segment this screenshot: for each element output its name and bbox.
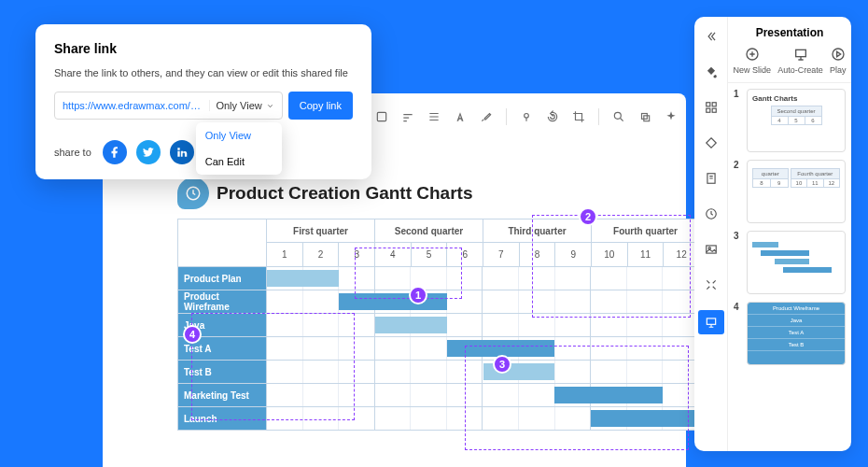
slide-thumb-2[interactable]: 2 quarter89 Fourth quarter101112 — [734, 160, 846, 223]
perm-option-edit[interactable]: Can Edit — [196, 149, 282, 175]
url-box: https://www.edrawmax.com/server.. Only V… — [54, 92, 283, 120]
align-icon[interactable] — [427, 110, 441, 123]
fill-icon[interactable] — [375, 110, 388, 123]
svg-rect-7 — [712, 103, 716, 106]
linkedin-icon[interactable] — [170, 140, 194, 164]
grid-icon[interactable] — [701, 97, 721, 118]
copy-link-button[interactable]: Copy link — [288, 92, 353, 120]
collapse-icon[interactable] — [701, 26, 721, 47]
rotate-icon[interactable] — [546, 110, 559, 123]
gantt-chart: Product Creation Gantt Charts First quar… — [177, 177, 700, 431]
color-pick-icon[interactable] — [520, 110, 533, 123]
permission-select[interactable]: Only View — [209, 100, 273, 111]
svg-point-2 — [614, 112, 621, 119]
task-label: Product Wireframe — [178, 290, 267, 313]
svg-rect-9 — [712, 108, 716, 112]
clock-icon — [177, 177, 209, 209]
task-label: Java — [178, 314, 267, 336]
layers-icon[interactable] — [638, 110, 651, 123]
chart-title: Product Creation Gantt Charts — [217, 183, 472, 204]
slide-thumb-4[interactable]: 4 Product Wireframe Java Test A Test B — [734, 302, 846, 365]
search-icon[interactable] — [612, 110, 625, 123]
paint-icon[interactable] — [701, 62, 721, 82]
slide-thumb-3[interactable]: 3 — [734, 231, 846, 294]
svg-rect-13 — [707, 318, 715, 324]
quarter-header: Third quarter — [483, 219, 591, 243]
auto-create-button[interactable]: Auto-Create — [777, 47, 823, 75]
sparkle-icon[interactable] — [665, 110, 678, 123]
presentation-panel: Presentation New Slide Auto-Create Play … — [694, 17, 851, 451]
quarter-header: First quarter — [267, 219, 374, 243]
crop-icon[interactable] — [572, 110, 585, 123]
svg-rect-8 — [706, 108, 709, 112]
facebook-icon[interactable] — [103, 140, 127, 164]
history-icon[interactable] — [701, 204, 721, 224]
task-label: Product Plan — [178, 267, 267, 290]
chevron-down-icon — [266, 102, 274, 110]
play-button[interactable]: Play — [830, 47, 847, 75]
svg-point-1 — [524, 114, 528, 119]
new-slide-button[interactable]: New Slide — [734, 47, 772, 75]
task-label: Test A — [178, 337, 267, 360]
line-style-icon[interactable] — [401, 110, 414, 123]
panel-title: Presentation — [728, 17, 851, 47]
task-label: Marketing Test — [178, 384, 267, 406]
permission-menu: Only View Can Edit — [196, 122, 282, 175]
page-icon[interactable] — [701, 168, 721, 189]
twitter-icon[interactable] — [136, 140, 161, 164]
share-dialog: Share link Share the link to others, and… — [35, 24, 371, 179]
quarter-header: Second quarter — [375, 219, 483, 243]
svg-point-16 — [833, 49, 844, 60]
share-url[interactable]: https://www.edrawmax.com/server.. — [63, 100, 205, 111]
svg-rect-0 — [377, 112, 385, 120]
side-rail — [694, 17, 728, 451]
dialog-description: Share the link to others, and they can v… — [54, 67, 353, 78]
present-icon[interactable] — [698, 310, 724, 334]
dialog-title: Share link — [54, 41, 353, 56]
quarter-header: Fourth quarter — [592, 219, 699, 243]
share-to-label: share to — [54, 147, 91, 158]
slide-thumb-1[interactable]: 1 Gantt Charts Second quarter 456 — [734, 89, 846, 152]
diamond-icon[interactable] — [701, 133, 721, 153]
task-label: Launch — [178, 407, 267, 430]
expand-icon[interactable] — [701, 275, 721, 295]
task-label: Test B — [178, 361, 267, 383]
perm-option-view[interactable]: Only View — [196, 122, 282, 149]
font-icon[interactable] — [454, 110, 467, 123]
brush-icon[interactable] — [480, 110, 493, 123]
svg-rect-6 — [706, 103, 709, 106]
svg-rect-15 — [795, 50, 805, 56]
image-icon[interactable] — [701, 239, 721, 260]
